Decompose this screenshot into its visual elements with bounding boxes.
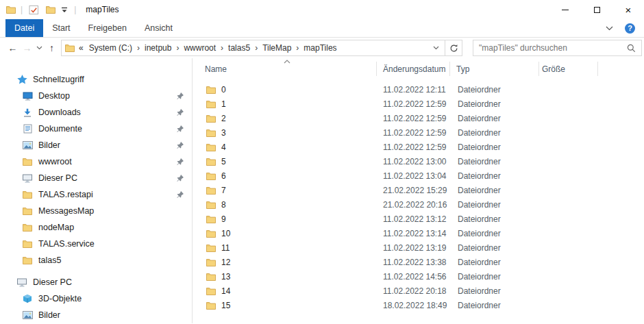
file-row-0[interactable]: 011.02.2022 12:11Dateiordner <box>193 82 644 97</box>
qat-customize-button[interactable] <box>60 0 69 19</box>
qat-new-folder-button[interactable] <box>45 0 57 19</box>
collapse-ribbon-chevron-icon[interactable] <box>606 26 613 31</box>
sidebar-item-label: wwwroot <box>38 157 72 166</box>
column-separator[interactable] <box>538 62 539 76</box>
forward-button[interactable]: → <box>20 40 34 56</box>
recent-locations-chevron-icon[interactable] <box>34 40 45 56</box>
refresh-button[interactable] <box>445 40 462 55</box>
file-row-11[interactable]: 1111.02.2022 13:19Dateiordner <box>193 240 644 255</box>
sidebar-item-bilder[interactable]: Bilder <box>0 307 192 323</box>
search-input[interactable]: "mapTiles" durchsuchen <box>473 40 642 56</box>
sidebar-item-dieser-pc[interactable]: Dieser PC <box>0 274 192 290</box>
explorer-window: | | mapTiles × DateiStartFreigebenAnsich… <box>0 0 644 324</box>
file-row-9[interactable]: 911.02.2022 13:12Dateiordner <box>193 212 644 226</box>
sidebar-item-talas-service[interactable]: TALAS.service <box>0 236 192 252</box>
file-date: 11.02.2022 14:56 <box>376 272 449 282</box>
tab-start[interactable]: Start <box>43 19 79 37</box>
address-folder-icon <box>62 44 78 52</box>
file-row-1[interactable]: 111.02.2022 12:59Dateiordner <box>193 97 644 111</box>
qat-properties-button[interactable] <box>27 0 40 19</box>
file-row-3[interactable]: 311.02.2022 12:59Dateiordner <box>193 125 644 140</box>
sidebar-item-3d-objekte[interactable]: 3D-Objekte <box>0 290 192 307</box>
file-date: 11.02.2022 12:59 <box>376 142 449 152</box>
documents-icon <box>21 124 34 134</box>
file-row-7[interactable]: 721.02.2022 15:29Dateiordner <box>193 183 644 197</box>
folder-icon <box>206 201 216 209</box>
breadcrumb-truncation-marker[interactable]: « <box>78 43 86 53</box>
breadcrumb-separator-icon[interactable]: › <box>295 43 300 53</box>
sidebar-item-desktop[interactable]: Desktop <box>0 88 192 104</box>
tab-datei[interactable]: Datei <box>5 19 43 37</box>
breadcrumb-separator-icon[interactable]: › <box>136 43 141 53</box>
file-row-2[interactable]: 211.02.2022 12:59Dateiordner <box>193 111 644 125</box>
file-name-cell: 8 <box>193 200 376 210</box>
breadcrumb-inetpub[interactable]: inetpub <box>141 43 175 53</box>
file-date: 11.02.2022 12:59 <box>376 99 449 109</box>
column-separator[interactable] <box>597 62 598 76</box>
up-button[interactable]: ↑ <box>45 40 59 56</box>
file-row-12[interactable]: 1211.02.2022 13:38Dateiordner <box>193 255 644 269</box>
search-icon <box>627 44 636 53</box>
file-row-13[interactable]: 1311.02.2022 14:56Dateiordner <box>193 269 644 284</box>
column-header-type[interactable]: Typ <box>449 64 538 74</box>
titlebar: | | mapTiles × <box>0 0 644 19</box>
refresh-icon <box>449 44 458 53</box>
file-row-10[interactable]: 1011.02.2022 13:14Dateiordner <box>193 226 644 240</box>
file-name: 3 <box>221 128 226 138</box>
sidebar-item-dokumente[interactable]: Dokumente <box>0 121 192 137</box>
star-icon <box>16 75 28 84</box>
file-date: 11.02.2022 13:04 <box>376 171 449 181</box>
file-row-4[interactable]: 411.02.2022 12:59Dateiordner <box>193 140 644 154</box>
file-row-15[interactable]: 1518.02.2022 18:49Dateiordner <box>193 298 644 312</box>
column-separator[interactable] <box>376 62 377 76</box>
help-icon[interactable]: ? <box>625 23 635 34</box>
file-date: 11.02.2022 13:38 <box>376 258 449 267</box>
minimize-button[interactable] <box>549 0 581 19</box>
computer-icon <box>16 278 28 287</box>
breadcrumb-system-c[interactable]: System (C:) <box>86 43 136 53</box>
breadcrumb-maptiles[interactable]: mapTiles <box>300 43 340 53</box>
tab-freigeben[interactable]: Freigeben <box>79 19 136 37</box>
sidebar-item-downloads[interactable]: Downloads <box>0 104 192 121</box>
address-bar[interactable]: «System (C:)›inetpub›wwwroot›talas5›Tile… <box>61 40 462 56</box>
folder-icon <box>206 287 216 295</box>
chevron-down-icon <box>36 46 42 50</box>
file-row-8[interactable]: 821.02.2022 20:16Dateiordner <box>193 197 644 212</box>
breadcrumb-tilemap[interactable]: TileMap <box>259 43 295 53</box>
sidebar-item-label: MessagesMap <box>38 206 94 216</box>
sidebar-item-label: Downloads <box>38 108 81 117</box>
tab-ansicht[interactable]: Ansicht <box>136 19 182 37</box>
back-button[interactable]: ← <box>5 40 20 56</box>
close-button[interactable]: × <box>612 0 644 19</box>
sidebar-item-messagesmap[interactable]: MessagesMap <box>0 203 192 219</box>
sidebar-item-bilder[interactable]: Bilder <box>0 137 192 153</box>
sidebar-item-schnellzugriff[interactable]: Schnellzugriff <box>0 71 192 88</box>
minimize-icon <box>562 10 569 10</box>
column-header-size[interactable]: Größe <box>538 64 597 74</box>
sidebar-item-label: Bilder <box>38 310 60 320</box>
folder-icon <box>206 186 216 195</box>
sidebar-item-talas5[interactable]: talas5 <box>0 252 192 269</box>
maximize-button[interactable] <box>581 0 612 19</box>
file-row-14[interactable]: 1411.02.2022 20:18Dateiordner <box>193 284 644 298</box>
file-row-5[interactable]: 511.02.2022 13:00Dateiordner <box>193 154 644 169</box>
column-header-name[interactable]: Name <box>193 64 376 74</box>
folder-icon <box>206 229 216 238</box>
column-separator[interactable] <box>449 62 450 76</box>
breadcrumb-separator-icon[interactable]: › <box>175 43 180 53</box>
breadcrumb-separator-icon[interactable]: › <box>219 43 225 53</box>
breadcrumb-wwwroot[interactable]: wwwroot <box>180 43 219 53</box>
folder-icon <box>206 158 216 166</box>
sidebar-item-wwwroot[interactable]: wwwroot <box>0 153 192 170</box>
ribbon-tabbar-right: ? <box>606 19 644 37</box>
address-dropdown-chevron-icon[interactable] <box>428 46 445 50</box>
column-header-date[interactable]: Änderungsdatum <box>376 64 449 74</box>
breadcrumb-separator-icon[interactable]: › <box>253 43 259 53</box>
file-row-6[interactable]: 611.02.2022 13:04Dateiordner <box>193 169 644 183</box>
sidebar-item-talas-restapi[interactable]: TALAS.restapi <box>0 186 192 203</box>
file-name: 12 <box>221 258 230 267</box>
sidebar-item-nodemap[interactable]: nodeMap <box>0 219 192 236</box>
sidebar-item-dieser-pc[interactable]: Dieser PC <box>0 170 192 186</box>
breadcrumb-talas5[interactable]: talas5 <box>225 43 253 53</box>
file-name-cell: 11 <box>193 243 376 253</box>
